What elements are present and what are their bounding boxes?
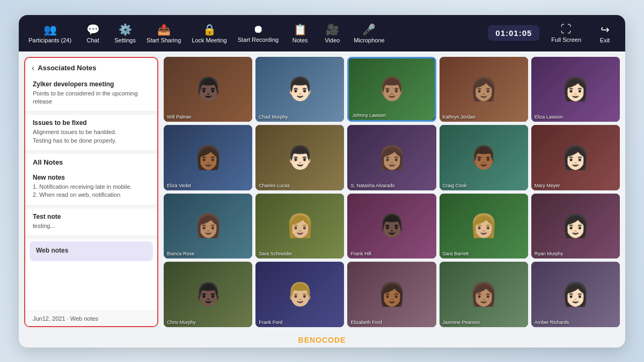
- video-cell[interactable]: 👩🏻 Mary Meyer: [531, 125, 620, 190]
- notes-label: Notes: [292, 37, 308, 43]
- video-cell[interactable]: 👨🏻 Chad Murphy: [255, 57, 344, 122]
- video-cell[interactable]: 👩🏻 Amber Richards: [531, 262, 620, 327]
- video-cell[interactable]: 👨🏽 Johnny Lawson: [347, 57, 436, 122]
- participants-button[interactable]: 👥 Participants (24): [23, 20, 77, 47]
- watermark-accent: B: [298, 336, 304, 344]
- person-name: Elizabeth Ford: [350, 320, 382, 325]
- note-item-1[interactable]: Zylker developers meeting Points to be c…: [25, 76, 157, 112]
- participants-icon: 👥: [43, 23, 57, 36]
- notes-scroll-area[interactable]: Zylker developers meeting Points to be c…: [25, 76, 157, 311]
- start-sharing-label: Start Sharing: [147, 37, 181, 43]
- start-sharing-button[interactable]: 📤 Start Sharing: [141, 20, 186, 47]
- video-cell[interactable]: 👩🏽 S. Natasha Alvarado: [347, 125, 436, 190]
- video-cell[interactable]: 👨🏿 Chris Murphy: [164, 262, 252, 327]
- video-icon: 🎥: [326, 23, 339, 36]
- share-icon: 📤: [157, 23, 171, 36]
- video-cell[interactable]: 👩🏽 Kathryn Jordan: [440, 57, 528, 122]
- note-item-5[interactable]: Web notes: [30, 241, 153, 261]
- video-cell[interactable]: 👩🏼 Sara Barrett: [440, 194, 528, 259]
- video-cell[interactable]: 👨🏻 Charles Lucas: [255, 125, 344, 190]
- person-name: Craig Cook: [443, 183, 467, 188]
- video-cell[interactable]: 👩🏼 Sara Schneider: [255, 194, 344, 259]
- person-name: Chris Murphy: [167, 320, 196, 325]
- settings-label: Settings: [114, 37, 136, 43]
- person-name: Sara Barrett: [443, 251, 469, 256]
- person-name: Bianca Rose: [167, 251, 194, 256]
- microphone-button[interactable]: 🎤 Microphone: [348, 20, 390, 47]
- video-cell[interactable]: 👨🏿 Will Palmer: [164, 57, 252, 122]
- meeting-timer: 01:01:05: [488, 25, 539, 41]
- record-icon: ⏺: [253, 23, 264, 35]
- person-avatar: 👨🏼: [255, 262, 344, 327]
- person-avatar: 👩🏻: [531, 262, 620, 327]
- microphone-icon: 🎤: [362, 23, 376, 36]
- video-cell[interactable]: 👩🏻 Ryan Murphy: [531, 194, 620, 259]
- start-recording-label: Start Recording: [238, 36, 279, 43]
- exit-button[interactable]: ↪ Exit: [589, 20, 621, 47]
- person-avatar: 👩🏼: [255, 194, 344, 259]
- fullscreen-icon: ⛶: [561, 23, 572, 35]
- full-screen-button[interactable]: ⛶ Full Screen: [546, 20, 587, 46]
- video-cell[interactable]: 👩🏽 Jasmine Pearson: [440, 262, 528, 327]
- back-button[interactable]: ‹: [32, 63, 34, 73]
- note1-title: Zylker developers meeting: [33, 80, 150, 88]
- person-avatar: 👨🏿: [347, 194, 436, 259]
- person-avatar: 👩🏾: [164, 125, 252, 190]
- note-item-2[interactable]: Issues to be fixed Alignment issues to b…: [25, 115, 157, 151]
- notes-panel-title: Associated Notes: [38, 64, 96, 72]
- person-name: Jasmine Pearson: [443, 320, 480, 325]
- start-recording-button[interactable]: ⏺ Start Recording: [232, 20, 284, 46]
- exit-icon: ↪: [601, 23, 610, 36]
- video-button[interactable]: 🎥 Video: [316, 20, 348, 47]
- app-window: 👥 Participants (24) 💬 Chat ⚙️ Settings 📤…: [19, 15, 625, 348]
- person-name: Chad Murphy: [259, 114, 288, 120]
- person-name: Amber Richards: [535, 320, 569, 325]
- note1-text: Points to be considered in the upcoming …: [33, 90, 150, 106]
- person-name: Eliza Lawson: [535, 114, 563, 120]
- chat-button[interactable]: 💬 Chat: [77, 20, 109, 47]
- person-avatar: 👨🏽: [349, 58, 434, 121]
- full-screen-label: Full Screen: [551, 36, 581, 43]
- video-label: Video: [325, 37, 340, 43]
- person-name: Will Palmer: [167, 114, 192, 120]
- note4-text: testing...: [33, 222, 150, 230]
- person-avatar: 👨🏻: [255, 125, 344, 190]
- person-name: Frank Ford: [259, 320, 282, 325]
- video-cell[interactable]: 👩🏾 Elizabeth Ford: [347, 262, 436, 327]
- person-avatar: 👨🏻: [255, 57, 344, 122]
- person-avatar: 👩🏼: [440, 194, 528, 259]
- video-cell[interactable]: 👩🏽 Bianca Rose: [164, 194, 252, 259]
- lock-meeting-button[interactable]: 🔒 Lock Meeting: [186, 20, 232, 47]
- lock-meeting-label: Lock Meeting: [192, 37, 226, 43]
- note3-text2: 2. When read on web, notification: [33, 191, 150, 199]
- person-avatar: 👩🏾: [347, 262, 436, 327]
- notes-button[interactable]: 📋 Notes: [284, 20, 316, 47]
- video-cell[interactable]: 👨🏾 Craig Cook: [440, 125, 528, 190]
- video-cell[interactable]: 👨🏼 Frank Ford: [255, 262, 344, 327]
- video-grid: 👨🏿 Will Palmer 👨🏻 Chad Murphy 👨🏽 Johnny …: [164, 57, 620, 327]
- person-avatar: 👨🏾: [440, 125, 528, 190]
- person-name: Sara Schneider: [259, 251, 292, 256]
- person-name: Kathryn Jordan: [443, 114, 475, 120]
- note-item-3[interactable]: New notes 1. Notification receiving late…: [25, 169, 157, 205]
- exit-label: Exit: [600, 37, 610, 43]
- note2-text2: Testing has to be done properly.: [33, 137, 150, 145]
- note2-title: Issues to be fixed: [33, 119, 150, 127]
- lock-icon: 🔒: [203, 23, 216, 36]
- video-cell[interactable]: 👩🏻 Eliza Lawson: [531, 57, 620, 122]
- notes-panel: ‹ Associated Notes Zylker developers mee…: [24, 57, 158, 327]
- video-cell[interactable]: 👨🏿 Frank Hill: [347, 194, 436, 259]
- settings-button[interactable]: ⚙️ Settings: [109, 20, 141, 47]
- toolbar: 👥 Participants (24) 💬 Chat ⚙️ Settings 📤…: [19, 15, 625, 51]
- person-name: Ryan Murphy: [535, 251, 564, 256]
- video-cell[interactable]: 👩🏾 Eliza Vedet: [164, 125, 252, 190]
- person-avatar: 👩🏻: [531, 125, 620, 190]
- person-avatar: 👩🏽: [440, 57, 528, 122]
- note5-title: Web notes: [36, 247, 147, 254]
- note3-title: New notes: [33, 174, 150, 181]
- person-name: Mary Meyer: [535, 183, 560, 188]
- watermark-text: ENOCODE: [304, 336, 346, 344]
- participants-label: Participants (24): [28, 37, 71, 43]
- note2-text1: Alignment issues to be hanlded.: [33, 128, 150, 136]
- note-item-4[interactable]: Test note testing...: [25, 209, 157, 236]
